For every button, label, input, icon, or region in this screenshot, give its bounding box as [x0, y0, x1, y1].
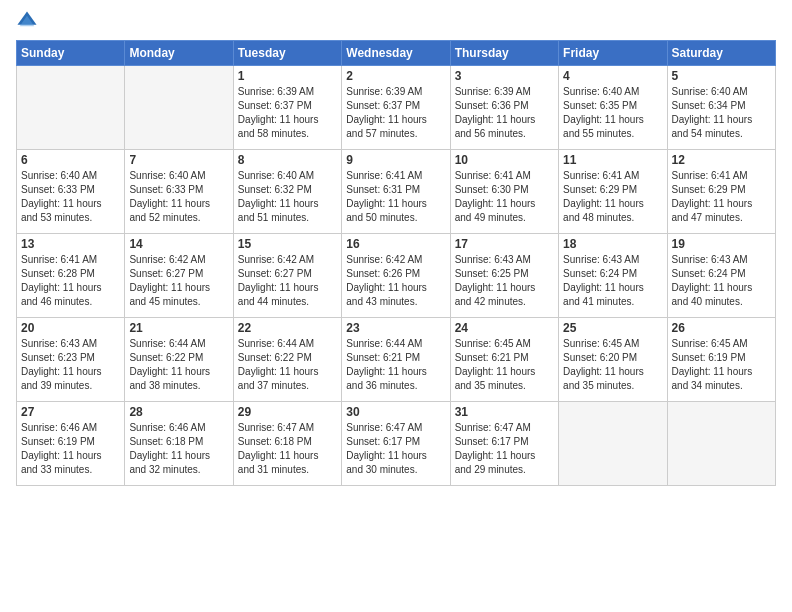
day-number: 7	[129, 153, 228, 167]
calendar-cell: 1Sunrise: 6:39 AM Sunset: 6:37 PM Daylig…	[233, 66, 341, 150]
day-number: 11	[563, 153, 662, 167]
day-number: 31	[455, 405, 554, 419]
day-info: Sunrise: 6:41 AM Sunset: 6:31 PM Dayligh…	[346, 169, 445, 225]
day-number: 14	[129, 237, 228, 251]
day-info: Sunrise: 6:41 AM Sunset: 6:30 PM Dayligh…	[455, 169, 554, 225]
calendar-week-row: 1Sunrise: 6:39 AM Sunset: 6:37 PM Daylig…	[17, 66, 776, 150]
day-header: Saturday	[667, 41, 775, 66]
header	[16, 10, 776, 32]
day-info: Sunrise: 6:41 AM Sunset: 6:28 PM Dayligh…	[21, 253, 120, 309]
calendar-cell: 10Sunrise: 6:41 AM Sunset: 6:30 PM Dayli…	[450, 150, 558, 234]
page: SundayMondayTuesdayWednesdayThursdayFrid…	[0, 0, 792, 612]
day-number: 16	[346, 237, 445, 251]
day-number: 27	[21, 405, 120, 419]
day-number: 29	[238, 405, 337, 419]
day-info: Sunrise: 6:47 AM Sunset: 6:18 PM Dayligh…	[238, 421, 337, 477]
calendar-cell: 5Sunrise: 6:40 AM Sunset: 6:34 PM Daylig…	[667, 66, 775, 150]
day-info: Sunrise: 6:40 AM Sunset: 6:32 PM Dayligh…	[238, 169, 337, 225]
day-info: Sunrise: 6:42 AM Sunset: 6:27 PM Dayligh…	[238, 253, 337, 309]
calendar-week-row: 27Sunrise: 6:46 AM Sunset: 6:19 PM Dayli…	[17, 402, 776, 486]
day-info: Sunrise: 6:40 AM Sunset: 6:33 PM Dayligh…	[21, 169, 120, 225]
day-info: Sunrise: 6:41 AM Sunset: 6:29 PM Dayligh…	[563, 169, 662, 225]
day-number: 13	[21, 237, 120, 251]
calendar-cell: 16Sunrise: 6:42 AM Sunset: 6:26 PM Dayli…	[342, 234, 450, 318]
day-header: Sunday	[17, 41, 125, 66]
calendar-cell: 14Sunrise: 6:42 AM Sunset: 6:27 PM Dayli…	[125, 234, 233, 318]
day-info: Sunrise: 6:45 AM Sunset: 6:21 PM Dayligh…	[455, 337, 554, 393]
day-number: 30	[346, 405, 445, 419]
calendar-cell: 12Sunrise: 6:41 AM Sunset: 6:29 PM Dayli…	[667, 150, 775, 234]
calendar-cell	[559, 402, 667, 486]
day-header: Tuesday	[233, 41, 341, 66]
day-info: Sunrise: 6:40 AM Sunset: 6:35 PM Dayligh…	[563, 85, 662, 141]
day-header: Wednesday	[342, 41, 450, 66]
day-number: 8	[238, 153, 337, 167]
calendar-cell: 24Sunrise: 6:45 AM Sunset: 6:21 PM Dayli…	[450, 318, 558, 402]
day-info: Sunrise: 6:42 AM Sunset: 6:26 PM Dayligh…	[346, 253, 445, 309]
calendar-cell: 21Sunrise: 6:44 AM Sunset: 6:22 PM Dayli…	[125, 318, 233, 402]
calendar-cell: 7Sunrise: 6:40 AM Sunset: 6:33 PM Daylig…	[125, 150, 233, 234]
calendar-cell: 25Sunrise: 6:45 AM Sunset: 6:20 PM Dayli…	[559, 318, 667, 402]
day-number: 24	[455, 321, 554, 335]
calendar-cell: 11Sunrise: 6:41 AM Sunset: 6:29 PM Dayli…	[559, 150, 667, 234]
day-number: 23	[346, 321, 445, 335]
day-info: Sunrise: 6:44 AM Sunset: 6:22 PM Dayligh…	[129, 337, 228, 393]
day-info: Sunrise: 6:41 AM Sunset: 6:29 PM Dayligh…	[672, 169, 771, 225]
calendar-cell: 29Sunrise: 6:47 AM Sunset: 6:18 PM Dayli…	[233, 402, 341, 486]
day-number: 9	[346, 153, 445, 167]
day-number: 15	[238, 237, 337, 251]
calendar-cell: 22Sunrise: 6:44 AM Sunset: 6:22 PM Dayli…	[233, 318, 341, 402]
logo	[16, 10, 40, 32]
day-info: Sunrise: 6:42 AM Sunset: 6:27 PM Dayligh…	[129, 253, 228, 309]
calendar-cell: 19Sunrise: 6:43 AM Sunset: 6:24 PM Dayli…	[667, 234, 775, 318]
day-info: Sunrise: 6:46 AM Sunset: 6:19 PM Dayligh…	[21, 421, 120, 477]
calendar-cell: 26Sunrise: 6:45 AM Sunset: 6:19 PM Dayli…	[667, 318, 775, 402]
day-number: 12	[672, 153, 771, 167]
calendar-cell: 15Sunrise: 6:42 AM Sunset: 6:27 PM Dayli…	[233, 234, 341, 318]
day-info: Sunrise: 6:45 AM Sunset: 6:19 PM Dayligh…	[672, 337, 771, 393]
day-info: Sunrise: 6:44 AM Sunset: 6:21 PM Dayligh…	[346, 337, 445, 393]
day-info: Sunrise: 6:43 AM Sunset: 6:23 PM Dayligh…	[21, 337, 120, 393]
day-info: Sunrise: 6:46 AM Sunset: 6:18 PM Dayligh…	[129, 421, 228, 477]
day-number: 22	[238, 321, 337, 335]
calendar-cell: 4Sunrise: 6:40 AM Sunset: 6:35 PM Daylig…	[559, 66, 667, 150]
header-row: SundayMondayTuesdayWednesdayThursdayFrid…	[17, 41, 776, 66]
day-number: 6	[21, 153, 120, 167]
day-info: Sunrise: 6:43 AM Sunset: 6:25 PM Dayligh…	[455, 253, 554, 309]
calendar-week-row: 20Sunrise: 6:43 AM Sunset: 6:23 PM Dayli…	[17, 318, 776, 402]
calendar-cell: 20Sunrise: 6:43 AM Sunset: 6:23 PM Dayli…	[17, 318, 125, 402]
calendar-cell: 27Sunrise: 6:46 AM Sunset: 6:19 PM Dayli…	[17, 402, 125, 486]
calendar-cell: 8Sunrise: 6:40 AM Sunset: 6:32 PM Daylig…	[233, 150, 341, 234]
calendar-cell: 9Sunrise: 6:41 AM Sunset: 6:31 PM Daylig…	[342, 150, 450, 234]
day-info: Sunrise: 6:40 AM Sunset: 6:33 PM Dayligh…	[129, 169, 228, 225]
calendar-cell: 18Sunrise: 6:43 AM Sunset: 6:24 PM Dayli…	[559, 234, 667, 318]
calendar-week-row: 13Sunrise: 6:41 AM Sunset: 6:28 PM Dayli…	[17, 234, 776, 318]
day-number: 19	[672, 237, 771, 251]
day-info: Sunrise: 6:39 AM Sunset: 6:36 PM Dayligh…	[455, 85, 554, 141]
day-header: Friday	[559, 41, 667, 66]
day-header: Monday	[125, 41, 233, 66]
calendar-cell: 23Sunrise: 6:44 AM Sunset: 6:21 PM Dayli…	[342, 318, 450, 402]
calendar-body: 1Sunrise: 6:39 AM Sunset: 6:37 PM Daylig…	[17, 66, 776, 486]
day-info: Sunrise: 6:44 AM Sunset: 6:22 PM Dayligh…	[238, 337, 337, 393]
day-number: 28	[129, 405, 228, 419]
day-header: Thursday	[450, 41, 558, 66]
calendar-cell: 30Sunrise: 6:47 AM Sunset: 6:17 PM Dayli…	[342, 402, 450, 486]
calendar-cell: 6Sunrise: 6:40 AM Sunset: 6:33 PM Daylig…	[17, 150, 125, 234]
calendar-cell: 2Sunrise: 6:39 AM Sunset: 6:37 PM Daylig…	[342, 66, 450, 150]
day-number: 17	[455, 237, 554, 251]
calendar-cell: 3Sunrise: 6:39 AM Sunset: 6:36 PM Daylig…	[450, 66, 558, 150]
calendar-cell	[125, 66, 233, 150]
day-info: Sunrise: 6:43 AM Sunset: 6:24 PM Dayligh…	[563, 253, 662, 309]
day-number: 21	[129, 321, 228, 335]
calendar-cell	[667, 402, 775, 486]
calendar-cell	[17, 66, 125, 150]
day-number: 10	[455, 153, 554, 167]
day-number: 26	[672, 321, 771, 335]
day-info: Sunrise: 6:45 AM Sunset: 6:20 PM Dayligh…	[563, 337, 662, 393]
logo-icon	[16, 10, 38, 32]
day-number: 25	[563, 321, 662, 335]
calendar-header: SundayMondayTuesdayWednesdayThursdayFrid…	[17, 41, 776, 66]
day-info: Sunrise: 6:47 AM Sunset: 6:17 PM Dayligh…	[455, 421, 554, 477]
day-number: 3	[455, 69, 554, 83]
